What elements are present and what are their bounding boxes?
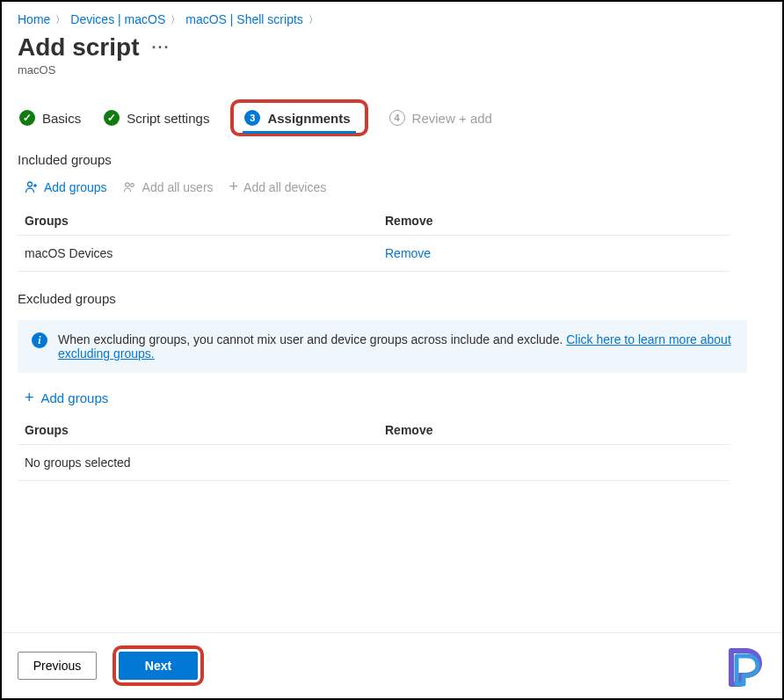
empty-state: No groups selected — [18, 445, 730, 481]
info-text: When excluding groups, you cannot mix us… — [58, 332, 566, 346]
check-icon: ✓ — [104, 110, 120, 126]
group-name: macOS Devices — [25, 246, 385, 260]
svg-point-2 — [130, 183, 134, 186]
included-actions: Add groups Add all users + Add all devic… — [25, 178, 766, 196]
info-icon: i — [32, 332, 47, 348]
step-number-icon: 3 — [244, 110, 260, 126]
tab-assignments[interactable]: 3 Assignments — [230, 99, 367, 136]
tab-review-add: 4 Review + add — [388, 106, 494, 129]
info-banner: i When excluding groups, you cannot mix … — [18, 320, 747, 373]
next-button[interactable]: Next — [119, 652, 198, 680]
brand-logo — [724, 644, 772, 691]
person-plus-icon — [25, 180, 39, 194]
people-icon — [123, 180, 137, 194]
step-number-icon: 4 — [389, 110, 405, 126]
page-title: Add script ··· — [18, 33, 766, 62]
svg-point-0 — [28, 182, 33, 186]
included-groups-table: Groups Remove macOS Devices Remove — [18, 208, 730, 272]
add-excluded-groups-button[interactable]: + Add groups — [25, 389, 766, 407]
remove-link[interactable]: Remove — [385, 246, 431, 260]
page-subtitle: macOS — [18, 63, 766, 77]
chevron-right-icon: 〉 — [171, 13, 180, 26]
included-groups-heading: Included groups — [18, 152, 766, 167]
table-row: macOS Devices Remove — [18, 236, 730, 272]
wizard-tabs: ✓ Basics ✓ Script settings 3 Assignments… — [18, 99, 766, 136]
chevron-right-icon: 〉 — [55, 13, 65, 26]
column-header-remove: Remove — [385, 214, 730, 228]
tab-basics[interactable]: ✓ Basics — [18, 106, 83, 129]
column-header-groups: Groups — [25, 214, 385, 228]
wizard-footer: Previous Next — [2, 632, 782, 698]
check-icon: ✓ — [19, 110, 35, 126]
column-header-remove: Remove — [385, 423, 730, 437]
column-header-groups: Groups — [25, 423, 385, 437]
plus-icon: + — [25, 389, 34, 407]
breadcrumb-shell-scripts[interactable]: macOS | Shell scripts — [185, 12, 303, 26]
plus-icon: + — [229, 178, 239, 196]
excluded-groups-heading: Excluded groups — [18, 291, 766, 306]
add-all-devices-button[interactable]: + Add all devices — [229, 178, 327, 196]
breadcrumb: Home 〉 Devices | macOS 〉 macOS | Shell s… — [18, 12, 766, 26]
breadcrumb-devices-macos[interactable]: Devices | macOS — [70, 12, 165, 26]
excluded-groups-table: Groups Remove No groups selected — [18, 418, 730, 481]
chevron-right-icon: 〉 — [309, 13, 318, 26]
previous-button[interactable]: Previous — [18, 652, 97, 680]
add-groups-button[interactable]: Add groups — [25, 180, 107, 194]
tab-script-settings[interactable]: ✓ Script settings — [102, 106, 211, 129]
add-all-users-button[interactable]: Add all users — [123, 180, 214, 194]
svg-point-1 — [125, 182, 128, 186]
more-icon[interactable]: ··· — [151, 39, 170, 57]
breadcrumb-home[interactable]: Home — [18, 12, 50, 26]
